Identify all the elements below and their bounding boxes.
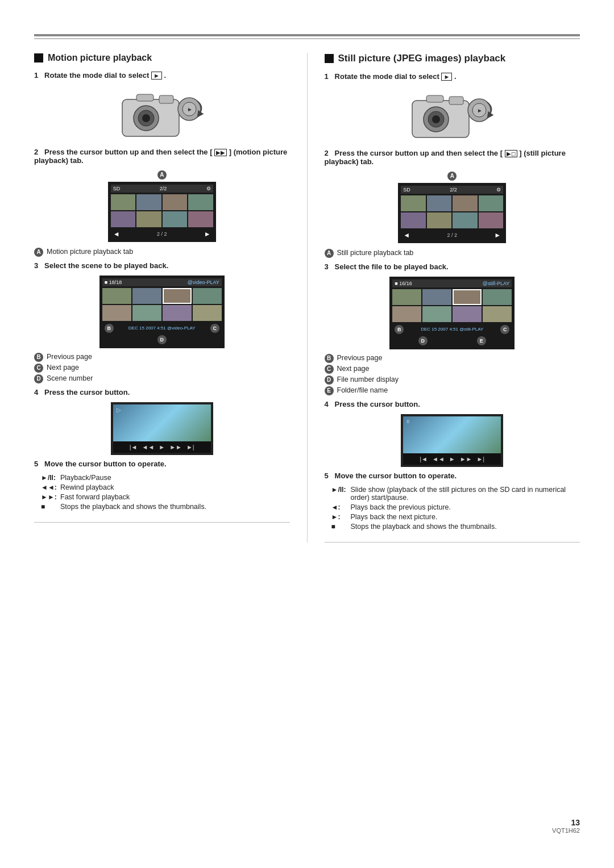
playback-mode-icon-right: ► — [441, 73, 452, 81]
label-a-text-right: A Still picture playback tab — [325, 249, 580, 258]
playback-controls-right: |◄ ◄◄ ► ►► ►| — [403, 453, 501, 465]
label-a-row-right: A — [325, 172, 580, 181]
bullet-item-0: ►/II: Playback/Pause — [41, 474, 290, 482]
rthumb-6 — [427, 212, 452, 228]
fthumb-8 — [483, 306, 512, 322]
circle-d-right: D — [325, 375, 334, 385]
ctrl-play-r: ► — [449, 456, 455, 462]
playback-video-left: ▷ — [113, 404, 211, 441]
scene-thumb-6 — [132, 305, 161, 321]
circle-a: A — [34, 248, 43, 257]
ctrl-prev: |◄ — [130, 444, 138, 450]
screen-nav-row: ◄ 2 / 2 ► — [111, 229, 213, 239]
right-bottom-divider — [325, 542, 580, 543]
label-a-text-left: A Motion picture playback tab — [34, 248, 290, 257]
playback-video-right: II — [403, 416, 501, 453]
left-column: Motion picture playback 1 Rotate the mod… — [34, 53, 308, 543]
left-bullet-list: ►/II: Playback/Pause ◄◄: Rewind playback… — [41, 474, 290, 511]
camera-svg-left: ► — [105, 85, 219, 142]
scene-thumb-5 — [102, 305, 131, 321]
left-bottom-divider — [34, 522, 290, 523]
left-step1: 1 Rotate the mode dial to select ► . — [34, 71, 290, 80]
circle-d-screen: D — [157, 335, 167, 344]
thumb-8 — [188, 211, 213, 227]
thumbnail-screen-left-top: A SD 2/2 ⚙ — [34, 170, 290, 242]
rthumb-2 — [427, 195, 452, 211]
rbullet-item-2: ►: Plays back the next picture. — [331, 513, 580, 521]
right-column: Still picture (JPEG images) playback 1 R… — [308, 53, 580, 543]
screen-scene-select: ■ 18/18 @video-PLAY — [99, 276, 225, 348]
rthumb-8 — [479, 212, 504, 228]
screen-top-bar-r: SD 2/2 ⚙ — [401, 186, 503, 194]
camera-illustration-left: ► — [34, 85, 290, 142]
model-number: VQT1H62 — [552, 827, 580, 834]
playback-mode-icon-left: ► — [151, 72, 162, 80]
ctrl-prev-r: |◄ — [420, 456, 428, 462]
screen-nav-row-right: ◄ 2 / 2 ► — [401, 230, 503, 240]
scene-thumb-1 — [102, 288, 131, 304]
svg-text:►: ► — [187, 106, 193, 112]
circle-d-right-screen: D — [418, 336, 428, 345]
circle-b-right-screen: B — [395, 325, 404, 334]
thumb-6 — [136, 211, 161, 227]
label-c-left: C Next page — [34, 364, 290, 373]
right-step2: 2 Press the cursor button up and then se… — [325, 149, 580, 166]
fthumb-1 — [392, 289, 421, 305]
page-footer: 13 VQT1H62 — [552, 818, 580, 834]
rthumb-7 — [453, 212, 478, 228]
bullet-item-2: ►►: Fast forward playback — [41, 493, 290, 501]
playback-screen-left: ▷ |◄ ◄◄ ► ►► ►| — [34, 402, 290, 455]
circle-c-right: C — [325, 365, 334, 374]
circle-a-right: A — [325, 249, 334, 258]
circle-a-right-top: A — [447, 172, 457, 181]
ctrl-rew-r: ◄◄ — [432, 456, 445, 462]
scene-screen-left: ■ 18/18 @video-PLAY — [34, 276, 290, 348]
fthumb-3-sel — [453, 289, 482, 305]
still-tab-icon: ▶◻ — [505, 150, 517, 157]
circle-c-screen: C — [210, 324, 219, 333]
title-box-icon — [34, 53, 43, 62]
right-step1: 1 Rotate the mode dial to select ► . — [325, 72, 580, 81]
still-playback-screen: II |◄ ◄◄ ► ►► ►| — [325, 414, 580, 467]
screen-thumbs-grid — [111, 193, 213, 229]
right-section-title: Still picture (JPEG images) playback — [325, 53, 580, 64]
circle-b-right: B — [325, 354, 334, 363]
d-row: D — [102, 334, 222, 345]
bullet-item-1: ◄◄: Rewind playback — [41, 483, 290, 491]
left-step2: 2 Press the cursor button up and then se… — [34, 148, 290, 165]
circle-e-right: E — [325, 386, 334, 395]
thumb-5 — [111, 211, 136, 227]
ctrl-next-r: ►| — [476, 456, 484, 462]
svg-point-12 — [432, 115, 440, 123]
screen-top-bar: SD 2/2 ⚙ — [111, 185, 213, 193]
right-step4: 4 Press the cursor button. — [325, 400, 580, 408]
de-row: D E — [392, 335, 512, 347]
fthumb-4 — [483, 289, 512, 305]
circle-c: C — [34, 364, 43, 373]
fthumb-6 — [422, 306, 451, 322]
thumb-1 — [111, 194, 136, 210]
scene-thumb-4 — [193, 288, 222, 304]
thumbnail-screen-right-top: A SD 2/2 ⚙ — [325, 172, 580, 243]
ctrl-rew: ◄◄ — [142, 444, 155, 450]
circle-b: B — [34, 353, 43, 362]
scene-thumb-7 — [163, 305, 192, 321]
circle-d: D — [34, 374, 43, 383]
thumb-2 — [136, 194, 161, 210]
rbullet-item-3: ■ Stops the playback and shows the thumb… — [331, 523, 580, 531]
scene-thumb-8 — [193, 305, 222, 321]
label-a-row-top-left: A — [34, 170, 290, 180]
right-step3: 3 Select the file to be played back. — [325, 262, 580, 271]
label-d-left: D Scene number — [34, 374, 290, 383]
bullet-item-3: ■ Stops the playback and shows the thumb… — [41, 503, 290, 511]
thumb-7 — [163, 211, 188, 227]
svg-rect-5 — [136, 94, 154, 101]
screen-thumbs-right — [401, 194, 503, 230]
content-area: Motion picture playback 1 Rotate the mod… — [34, 39, 580, 543]
scene-thumb-3-selected — [163, 288, 192, 304]
rthumb-3 — [453, 195, 478, 211]
circle-a-label: A — [157, 170, 167, 180]
bcd-row: B DEC 15 2007 4:51 @video-PLAY C — [102, 323, 222, 334]
file-top-bar: ■ 16/16 @still-PLAY — [392, 279, 512, 287]
page-number: 13 — [552, 818, 580, 827]
